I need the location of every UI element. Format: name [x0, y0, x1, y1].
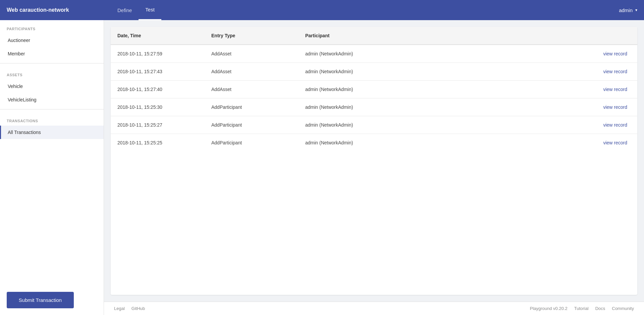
cell-action: view record: [584, 98, 637, 116]
view-record-link[interactable]: view record: [603, 140, 627, 145]
view-record-link[interactable]: view record: [603, 87, 627, 92]
table-row: 2018-10-11, 15:25:27AddParticipantadmin …: [111, 116, 637, 134]
chevron-down-icon: ▾: [635, 8, 637, 12]
footer-link-tutorial[interactable]: Tutorial: [574, 306, 589, 311]
footer-link-legal[interactable]: Legal: [114, 306, 125, 311]
tab-define[interactable]: Define: [111, 0, 139, 20]
page-footer: Legal GitHub Playground v0.20.2 Tutorial…: [104, 302, 644, 315]
sidebar-item-auctioneer[interactable]: Auctioneer: [0, 34, 104, 47]
cell-entrytype: AddParticipant: [205, 98, 299, 116]
cell-entrytype: AddAsset: [205, 45, 299, 63]
brand-prefix: Web: [7, 7, 18, 13]
view-record-link[interactable]: view record: [603, 69, 627, 74]
cell-datetime: 2018-10-11, 15:25:27: [111, 116, 205, 134]
footer-link-community[interactable]: Community: [612, 306, 634, 311]
sidebar-section-assets: ASSETS Vehicle VehicleListing: [0, 66, 104, 106]
main-content: Date, Time Entry Type Participant 2018-1…: [104, 20, 644, 315]
user-menu[interactable]: admin ▾: [619, 7, 637, 13]
cell-action: view record: [584, 134, 637, 152]
cell-participant: admin (NetworkAdmin): [299, 116, 584, 134]
app-brand: Web carauction-network: [7, 7, 111, 13]
sidebar-section-transactions: TRANSACTIONS All Transactions: [0, 112, 104, 139]
cell-entrytype: AddParticipant: [205, 116, 299, 134]
cell-action: view record: [584, 63, 637, 81]
section-label-participants: PARTICIPANTS: [0, 20, 104, 34]
sidebar-item-member[interactable]: Member: [0, 47, 104, 60]
cell-datetime: 2018-10-11, 15:27:59: [111, 45, 205, 63]
top-navigation: Web carauction-network Define Test admin…: [0, 0, 644, 20]
cell-entrytype: AddAsset: [205, 63, 299, 81]
col-header-participant: Participant: [299, 27, 584, 45]
brand-name: carauction-network: [19, 7, 69, 13]
cell-action: view record: [584, 81, 637, 98]
footer-link-github[interactable]: GitHub: [131, 306, 145, 311]
table-row: 2018-10-11, 15:25:30AddParticipantadmin …: [111, 98, 637, 116]
submit-transaction-button[interactable]: Submit Transaction: [7, 292, 74, 308]
divider-1: [0, 63, 104, 63]
sidebar-section-participants: PARTICIPANTS Auctioneer Member: [0, 20, 104, 60]
divider-2: [0, 109, 104, 109]
col-header-entrytype: Entry Type: [205, 27, 299, 45]
sidebar-item-all-transactions[interactable]: All Transactions: [0, 126, 104, 139]
footer-link-docs[interactable]: Docs: [595, 306, 605, 311]
col-header-datetime: Date, Time: [111, 27, 205, 45]
cell-participant: admin (NetworkAdmin): [299, 98, 584, 116]
view-record-link[interactable]: view record: [603, 51, 627, 56]
cell-datetime: 2018-10-11, 15:25:25: [111, 134, 205, 152]
sidebar: PARTICIPANTS Auctioneer Member ASSETS Ve…: [0, 20, 104, 315]
cell-participant: admin (NetworkAdmin): [299, 63, 584, 81]
table-row: 2018-10-11, 15:27:40AddAssetadmin (Netwo…: [111, 81, 637, 98]
sidebar-bottom: Submit Transaction: [0, 285, 104, 315]
main-layout: PARTICIPANTS Auctioneer Member ASSETS Ve…: [0, 20, 644, 315]
table-row: 2018-10-11, 15:27:43AddAssetadmin (Netwo…: [111, 63, 637, 81]
cell-datetime: 2018-10-11, 15:25:30: [111, 98, 205, 116]
user-name: admin: [619, 7, 633, 13]
cell-participant: admin (NetworkAdmin): [299, 134, 584, 152]
cell-participant: admin (NetworkAdmin): [299, 81, 584, 98]
footer-version: Playground v0.20.2: [530, 306, 568, 311]
cell-datetime: 2018-10-11, 15:27:40: [111, 81, 205, 98]
view-record-link[interactable]: view record: [603, 122, 627, 128]
table-row: 2018-10-11, 15:27:59AddAssetadmin (Netwo…: [111, 45, 637, 63]
table-row: 2018-10-11, 15:25:25AddParticipantadmin …: [111, 134, 637, 152]
table-header-row: Date, Time Entry Type Participant: [111, 27, 637, 45]
cell-action: view record: [584, 45, 637, 63]
cell-entrytype: AddAsset: [205, 81, 299, 98]
transactions-table-container: Date, Time Entry Type Participant 2018-1…: [111, 27, 637, 295]
transactions-table: Date, Time Entry Type Participant 2018-1…: [111, 27, 637, 151]
cell-action: view record: [584, 116, 637, 134]
sidebar-item-vehicle[interactable]: Vehicle: [0, 80, 104, 93]
cell-entrytype: AddParticipant: [205, 134, 299, 152]
col-header-action: [584, 27, 637, 45]
view-record-link[interactable]: view record: [603, 104, 627, 110]
tab-test[interactable]: Test: [139, 0, 161, 20]
cell-datetime: 2018-10-11, 15:27:43: [111, 63, 205, 81]
section-label-transactions: TRANSACTIONS: [0, 112, 104, 126]
section-label-assets: ASSETS: [0, 66, 104, 80]
sidebar-item-vehiclelisting[interactable]: VehicleListing: [0, 93, 104, 106]
cell-participant: admin (NetworkAdmin): [299, 45, 584, 63]
nav-tabs: Define Test: [111, 0, 619, 20]
